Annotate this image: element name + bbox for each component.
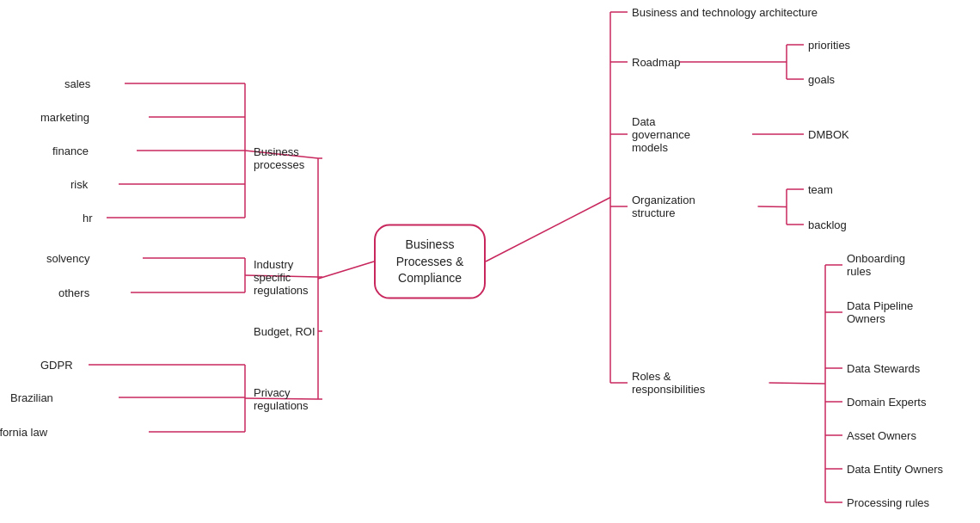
diagram-label: Data PipelineOwners — [847, 299, 913, 325]
diagram-label: Business and technology architecture — [632, 6, 818, 19]
diagram-label: Roadmap — [632, 56, 680, 69]
diagram-label: Domain Experts — [847, 396, 926, 409]
diagram-label: Asset Owners — [847, 429, 916, 442]
diagram: BusinessProcesses &ComplianceBusinesspro… — [0, 0, 980, 523]
diagram-label: Data Stewards — [847, 362, 920, 375]
diagram-label: Onboardingrules — [847, 252, 905, 278]
diagram-label: Roles &responsibilities — [632, 370, 705, 396]
diagram-label: California law — [0, 426, 47, 439]
svg-line-41 — [769, 383, 826, 384]
diagram-label: Organizationstructure — [632, 194, 695, 219]
svg-line-23 — [486, 198, 610, 262]
diagram-label: DMBOK — [808, 128, 849, 141]
center-node: BusinessProcesses &Compliance — [374, 225, 486, 299]
svg-line-1 — [318, 262, 374, 279]
diagram-label: Brazilian — [10, 391, 53, 404]
diagram-label: others — [58, 286, 89, 299]
svg-line-36 — [758, 206, 787, 207]
diagram-label: Data Entity Owners — [847, 463, 943, 476]
diagram-label: hr — [83, 212, 93, 225]
diagram-label: goals — [808, 73, 835, 86]
diagram-label: Businessprocesses — [254, 145, 304, 171]
diagram-label: priorities — [808, 39, 850, 52]
diagram-label: marketing — [40, 111, 89, 124]
diagram-label: finance — [52, 145, 89, 157]
diagram-label: backlog — [808, 218, 847, 231]
diagram-label: Datagovernancemodels — [632, 115, 690, 154]
diagram-label: Processing rules — [847, 496, 929, 509]
diagram-label: Budget, ROI — [254, 325, 315, 338]
diagram-label: Privacyregulations — [254, 386, 309, 412]
diagram-label: team — [808, 183, 833, 196]
diagram-label: risk — [70, 178, 88, 191]
diagram-label: sales — [64, 77, 90, 90]
diagram-label: Industryspecificregulations — [254, 258, 309, 297]
diagram-label: GDPR — [40, 359, 73, 372]
diagram-label: solvency — [46, 252, 90, 265]
